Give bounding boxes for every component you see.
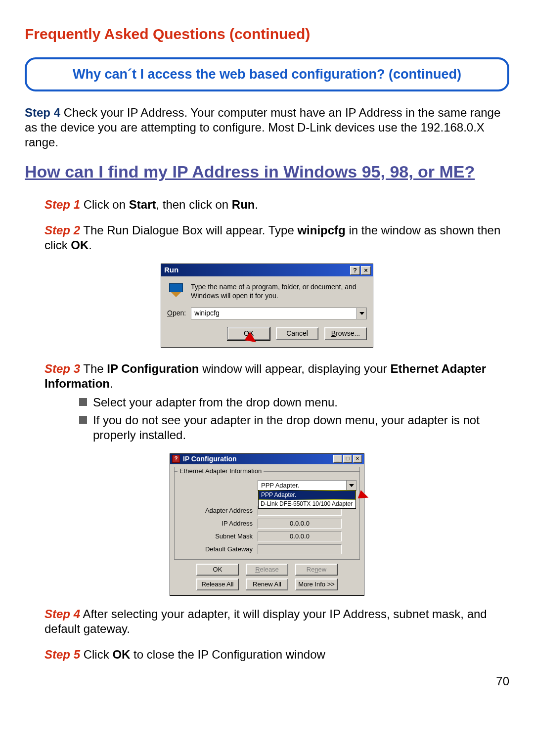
open-label: Open: <box>167 309 186 318</box>
dropdown-item[interactable]: D-Link DFE-550TX 10/100 Adapter <box>259 500 356 508</box>
ethernet-groupbox: Ethernet Adapter Information PPP Adapter… <box>174 467 360 560</box>
cancel-button[interactable]: Cancel <box>276 327 318 340</box>
release-button[interactable]: Release <box>246 564 288 576</box>
bullet-icon <box>79 416 87 424</box>
renew-all-button[interactable]: Renew All <box>246 578 288 590</box>
adapter-dropdown-list[interactable]: PPP Adapter. D-Link DFE-550TX 10/100 Ada… <box>258 490 356 509</box>
intro-paragraph: Step 4 Check your IP Address. Your compu… <box>25 105 509 150</box>
group-label: Ethernet Adapter Information <box>178 467 264 475</box>
open-dropdown-button[interactable] <box>356 308 366 319</box>
step5-label: Step 5 <box>44 648 80 661</box>
help-button[interactable]: ? <box>350 266 360 275</box>
default-gateway-label: Default Gateway <box>178 545 258 553</box>
ip-config-dialog: ? IP Configuration _ □ × Ethernet Adapte… <box>170 453 364 596</box>
step3-label: Step 3 <box>44 362 80 375</box>
adapter-combobox[interactable]: PPP Adapter. <box>258 480 356 491</box>
subnet-mask-label: Subnet Mask <box>178 533 258 540</box>
step2-label: Step 2 <box>44 223 80 237</box>
browse-button[interactable]: Browse... <box>324 327 367 340</box>
page-title: Frequently Asked Questions (continued) <box>25 25 509 44</box>
question-heading: How can I find my IP Address in Windows … <box>25 161 509 182</box>
chevron-down-icon <box>349 484 354 487</box>
page-number: 70 <box>25 674 509 689</box>
ip-address-label: IP Address <box>178 520 258 528</box>
run-icon <box>167 282 185 300</box>
ip-titlebar: ? IP Configuration _ □ × <box>170 454 364 465</box>
step4-label-intro: Step 4 <box>25 106 60 119</box>
step3-paragraph: Step 3 The IP Configuration window will … <box>44 361 509 391</box>
minimize-button[interactable]: _ <box>333 455 342 463</box>
ok-button[interactable]: OK <box>196 564 239 576</box>
run-description: Type the name of a program, folder, or d… <box>191 282 367 300</box>
more-info-button[interactable]: More Info >> <box>295 578 338 590</box>
open-combobox[interactable]: winipcfg <box>191 308 367 319</box>
list-item: If you do not see your adapter in the dr… <box>79 413 509 443</box>
list-item: Select your adapter from the drop down m… <box>79 395 509 410</box>
default-gateway-value <box>258 544 342 554</box>
adapter-selected: PPP Adapter. <box>258 481 346 490</box>
step5-paragraph: Step 5 Click OK to close the IP Configur… <box>44 647 509 662</box>
close-button[interactable]: × <box>361 266 371 275</box>
step1-label: Step 1 <box>44 198 80 211</box>
open-input[interactable]: winipcfg <box>191 308 356 319</box>
ip-address-value: 0.0.0.0 <box>258 519 342 529</box>
adapter-dropdown-button[interactable] <box>346 481 356 490</box>
step2-paragraph: Step 2 The Run Dialogue Box will appear.… <box>44 223 509 253</box>
maximize-button[interactable]: □ <box>343 455 352 463</box>
run-dialog: Run ? × Type the name of a program, fold… <box>161 264 373 347</box>
bullet-icon <box>79 398 87 406</box>
run-title: Run <box>164 266 349 275</box>
annotation-arrow-icon <box>358 490 370 502</box>
renew-button[interactable]: Renew <box>295 564 338 576</box>
subnet-mask-value: 0.0.0.0 <box>258 532 342 541</box>
close-button[interactable]: × <box>353 455 362 463</box>
chevron-down-icon <box>359 312 364 315</box>
run-titlebar: Run ? × <box>161 264 373 276</box>
dropdown-item[interactable]: PPP Adapter. <box>259 490 356 500</box>
step4-paragraph: Step 4 After selecting your adapter, it … <box>44 607 509 636</box>
bullet-list: Select your adapter from the drop down m… <box>79 395 509 443</box>
intro-text: Check your IP Address. Your computer mus… <box>25 106 500 149</box>
step4-label: Step 4 <box>44 607 80 621</box>
step1-paragraph: Step 1 Click on Start, then click on Run… <box>44 197 509 212</box>
adapter-address-label: Adapter Address <box>178 507 258 515</box>
callout-box: Why can´t I access the web based configu… <box>25 57 509 92</box>
ip-title: IP Configuration <box>183 455 332 464</box>
app-icon: ? <box>172 455 180 463</box>
callout-text: Why can´t I access the web based configu… <box>73 67 461 82</box>
release-all-button[interactable]: Release All <box>196 578 239 590</box>
